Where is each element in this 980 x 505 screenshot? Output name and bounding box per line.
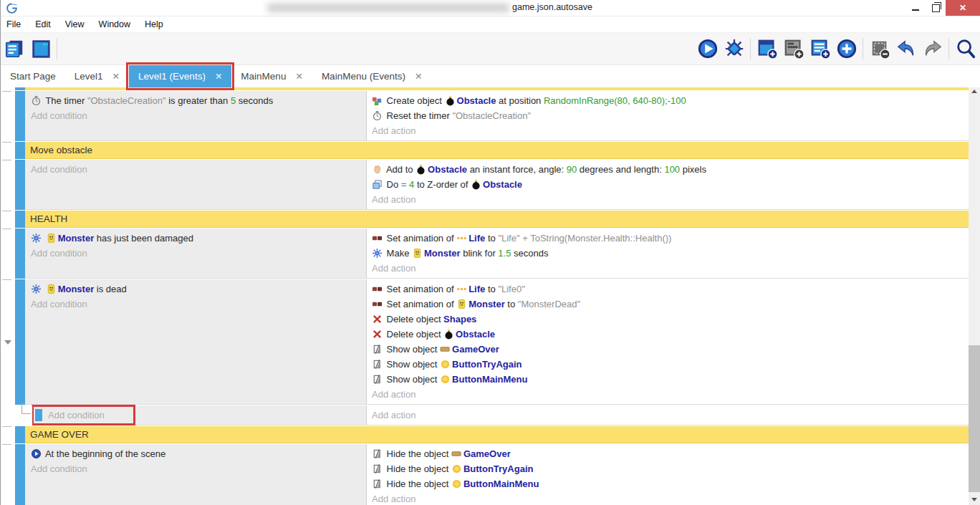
tab-mainmenu[interactable]: MainMenu✕ [231,65,312,87]
event-row[interactable]: Monster has just been damagedAdd conditi… [1,229,969,279]
sub-event-row[interactable]: Add conditionAdd action [1,405,969,425]
comment-row[interactable]: GAME OVER [1,426,969,443]
add-condition-button[interactable]: Add condition [48,408,105,423]
visibility-icon [372,374,383,385]
condition-line[interactable]: At the beginning of the scene [31,446,366,461]
action-line[interactable]: Create object Obstacle at position Rando… [372,93,969,108]
search-icon[interactable] [952,36,979,62]
action-line[interactable]: Show object ButtonTryAgain [372,357,969,372]
close-button[interactable]: ✕ [946,0,980,16]
tab-close-icon[interactable]: ✕ [215,71,222,82]
minimize-button[interactable] [905,0,926,16]
event-gutter [1,211,15,228]
visibility-icon [372,463,383,474]
add-action-button[interactable]: Add action [372,408,415,423]
scroll-down-button[interactable] [969,494,980,505]
annotation-red-box: Add condition [34,407,133,423]
tree-tick [2,279,11,280]
add-condition-button[interactable]: Add condition [31,246,366,261]
triangle-up-icon [971,90,977,93]
undo-icon[interactable] [893,36,919,62]
condition-line[interactable]: The timer "ObstacleCreation" is greater … [31,93,366,108]
action-line[interactable]: Delete object Shapes [372,312,969,327]
event-row[interactable]: Monster is deadAdd condition Set animati… [1,279,969,405]
add-action-button[interactable]: Add action [372,491,969,505]
action-line[interactable]: Show object GameOver [372,342,969,357]
tab-close-icon[interactable]: ✕ [112,71,120,82]
tab-close-icon[interactable]: ✕ [295,71,302,82]
add-condition-button[interactable]: Add condition [31,162,366,177]
scrollbar-thumb[interactable] [969,345,980,492]
debug-icon[interactable] [721,36,747,62]
menu-window[interactable]: Window [92,18,138,31]
redo-icon[interactable] [919,36,946,62]
comment-row[interactable]: Move obstacle [1,142,969,159]
event-selection-bar [15,160,25,210]
comment-text: GAME OVER [25,426,969,443]
add-comment-icon[interactable] [807,36,833,62]
action-line[interactable]: Delete object Obstacle [372,327,969,342]
action-line[interactable]: Set animation of Life to "Life" + ToStri… [372,231,969,246]
preview-play-icon[interactable] [694,36,721,62]
event-row[interactable]: At the beginning of the sceneAdd conditi… [1,444,969,505]
add-action-button[interactable]: Add action [372,387,969,402]
tab-close-icon[interactable]: ✕ [415,71,422,82]
scene-editor-icon[interactable] [27,36,54,62]
action-line[interactable]: Add to Obstacle an instant force, angle:… [372,162,969,177]
add-condition-button[interactable]: Add condition [31,108,366,123]
add-condition-button[interactable]: Add condition [31,297,366,312]
delete-icon [372,329,383,340]
redacted-title-text [267,4,509,12]
monster-icon [46,284,57,294]
action-line[interactable]: Set animation of Monster to "MonsterDead… [372,297,969,312]
visibility-icon [372,478,383,489]
event-gutter [1,91,15,141]
add-action-button[interactable]: Add action [372,123,969,138]
project-manager-icon[interactable] [1,36,27,62]
action-line[interactable]: Hide the object ButtonMainMenu [372,476,969,491]
action-line[interactable]: Set animation of Life to "Life0" [372,282,969,297]
tab-mainmenu-events-[interactable]: MainMenu (Events)✕ [312,65,432,87]
add-new-icon[interactable] [833,36,860,62]
action-line[interactable]: Hide the object ButtonTryAgain [372,461,969,476]
action-line[interactable]: Hide the object GameOver [372,446,969,461]
event-gutter [1,444,15,505]
vertical-scrollbar[interactable] [969,85,980,505]
action-line[interactable]: Show object ButtonMainMenu [372,372,969,387]
tab-level1[interactable]: Level1✕ [65,65,129,87]
fold-arrow-icon[interactable] [4,340,11,345]
add-event-icon[interactable] [754,36,780,62]
add-action-button[interactable]: Add action [372,192,969,207]
zorder-icon [372,179,383,190]
event-selection-bar [15,91,25,141]
comment-row[interactable]: HEALTH [1,211,969,228]
button-icon [451,478,462,489]
window-title: game.json.autosave [512,2,592,12]
action-line[interactable]: Reset the timer "ObstacleCreation" [372,108,969,123]
tab-start-page[interactable]: Start Page [1,65,65,87]
menu-view[interactable]: View [58,18,92,31]
add-action-button[interactable]: Add action [372,261,969,276]
condition-line[interactable]: Monster has just been damaged [31,231,366,246]
create-object-icon [372,95,383,106]
tab-level1-events-[interactable]: Level1 (Events)✕ [129,65,231,87]
add-condition-button[interactable]: Add condition [31,461,366,476]
event-row[interactable]: Add condition Add to Obstacle an instant… [1,160,969,210]
tree-elbow-connector [21,403,31,414]
menu-edit[interactable]: Edit [28,18,58,31]
action-line[interactable]: Make Monster blink for 1.5 seconds [372,246,969,261]
add-subevent-icon[interactable] [780,36,807,62]
action-line[interactable]: Do = 4 to Z-order of Obstacle [372,177,969,192]
sub-event-actions: Add action [367,405,969,425]
menu-file[interactable]: File [0,18,28,31]
tree-tick [2,426,11,427]
menu-help[interactable]: Help [138,18,170,31]
event-row[interactable]: The timer "ObstacleCreation" is greater … [1,91,969,141]
monster-icon [46,233,57,244]
condition-line[interactable]: Monster is dead [31,282,366,297]
actions-cell: Hide the object GameOver Hide the object… [367,444,969,505]
menu-bar: FileEditViewWindowHelp [1,16,980,33]
delete-event-icon[interactable] [866,36,893,62]
restore-button[interactable] [926,0,946,16]
bomb-icon [415,164,426,175]
